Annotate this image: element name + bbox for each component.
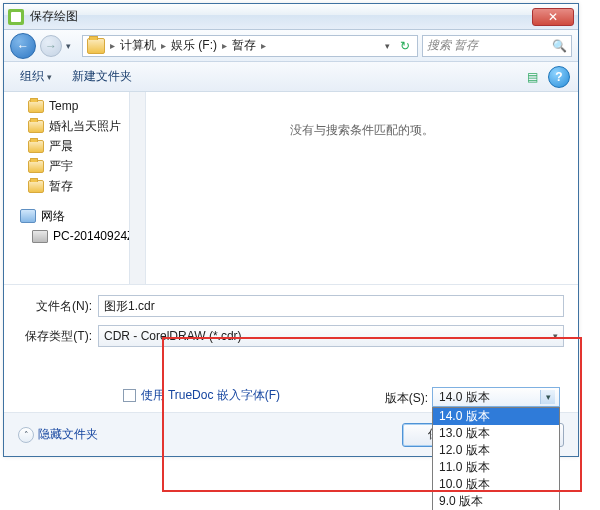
tree-item[interactable]: Temp: [10, 96, 145, 116]
folder-icon: [28, 180, 44, 193]
new-folder-button[interactable]: 新建文件夹: [64, 65, 140, 88]
filetype-value: CDR - CorelDRAW (*.cdr): [104, 329, 242, 343]
body: Temp 婚礼当天照片 严晨 严宇 暂存 网络 PC-20140924ZA 没有…: [4, 92, 578, 284]
folder-icon: [28, 100, 44, 113]
window-title: 保存绘图: [30, 8, 78, 25]
tree-item-label: 严晨: [49, 138, 73, 155]
search-icon: 🔍: [552, 39, 567, 53]
version-option[interactable]: 13.0 版本: [433, 425, 559, 442]
tree-item-label: 严宇: [49, 158, 73, 175]
computer-icon: [32, 230, 48, 243]
options-area: 使用 TrueDoc 嵌入字体(F) 版本(S): 14.0 版本 ▾ 14.0…: [4, 361, 578, 407]
nav-forward-button[interactable]: →: [40, 35, 62, 57]
view-icon: ▤: [527, 70, 538, 84]
chevron-down-icon: ▾: [553, 331, 558, 341]
version-selected: 14.0 版本: [439, 389, 490, 406]
nav-bar: ← → ▾ ▸ 计算机 ▸ 娱乐 (F:) ▸ 暂存 ▸ ▾ ↻ 搜索 暂存 🔍: [4, 30, 578, 62]
version-option[interactable]: 11.0 版本: [433, 459, 559, 476]
app-icon: [8, 9, 24, 25]
folder-icon: [87, 38, 105, 54]
search-placeholder: 搜索 暂存: [427, 37, 478, 54]
truedoc-label: 使用 TrueDoc 嵌入字体(F): [141, 387, 281, 404]
chevron-up-icon: ˄: [18, 427, 34, 443]
version-option[interactable]: 10.0 版本: [433, 476, 559, 493]
version-label: 版本(S):: [385, 387, 428, 407]
breadcrumb[interactable]: ▸ 计算机 ▸ 娱乐 (F:) ▸ 暂存 ▸ ▾ ↻: [82, 35, 418, 57]
empty-message: 没有与搜索条件匹配的项。: [290, 122, 434, 139]
tree-item-label: 网络: [41, 208, 65, 225]
version-option[interactable]: 14.0 版本: [433, 408, 559, 425]
chevron-down-icon: ▾: [540, 390, 555, 404]
checkbox-icon: [123, 389, 136, 402]
breadcrumb-item[interactable]: 娱乐 (F:): [169, 37, 219, 54]
tree-item[interactable]: 暂存: [10, 176, 145, 196]
folder-icon: [28, 140, 44, 153]
file-list: 没有与搜索条件匹配的项。: [146, 92, 578, 284]
folder-icon: [28, 120, 44, 133]
toolbar: 组织 新建文件夹 ▤ ?: [4, 62, 578, 92]
filename-label: 文件名(N):: [18, 298, 98, 315]
view-options-button[interactable]: ▤: [520, 66, 544, 88]
hide-folders-link[interactable]: ˄ 隐藏文件夹: [18, 426, 98, 443]
network-icon: [20, 209, 36, 223]
tree-item[interactable]: 严宇: [10, 156, 145, 176]
search-input[interactable]: 搜索 暂存 🔍: [422, 35, 572, 57]
folder-icon: [28, 160, 44, 173]
refresh-icon[interactable]: ↻: [395, 39, 415, 53]
chevron-right-icon: ▸: [158, 40, 169, 51]
tree-item[interactable]: 严晨: [10, 136, 145, 156]
nav-back-button[interactable]: ←: [10, 33, 36, 59]
organize-button[interactable]: 组织: [12, 65, 60, 88]
form: 文件名(N): 保存类型(T): CDR - CorelDRAW (*.cdr)…: [4, 285, 578, 361]
version-dropdown: 14.0 版本 13.0 版本 12.0 版本 11.0 版本 10.0 版本 …: [432, 407, 560, 510]
filetype-label: 保存类型(T):: [18, 328, 98, 345]
truedoc-checkbox[interactable]: 使用 TrueDoc 嵌入字体(F): [123, 387, 281, 404]
arrow-right-icon: →: [45, 39, 57, 53]
chevron-right-icon: ▸: [107, 40, 118, 51]
version-option[interactable]: 9.0 版本: [433, 493, 559, 510]
tree-network[interactable]: 网络: [10, 206, 145, 226]
help-icon: ?: [555, 70, 562, 84]
tree-item[interactable]: 婚礼当天照片: [10, 116, 145, 136]
nav-history-dropdown[interactable]: ▾: [66, 41, 78, 51]
tree-item-label: Temp: [49, 99, 78, 113]
filetype-combo[interactable]: CDR - CorelDRAW (*.cdr) ▾: [98, 325, 564, 347]
chevron-right-icon: ▸: [219, 40, 230, 51]
close-button[interactable]: ✕: [532, 8, 574, 26]
version-option[interactable]: 12.0 版本: [433, 442, 559, 459]
version-combo[interactable]: 14.0 版本 ▾: [432, 387, 560, 407]
arrow-left-icon: ←: [17, 39, 29, 53]
breadcrumb-item[interactable]: 计算机: [118, 37, 158, 54]
close-icon: ✕: [548, 11, 558, 23]
filename-input[interactable]: [98, 295, 564, 317]
help-button[interactable]: ?: [548, 66, 570, 88]
tree-pc[interactable]: PC-20140924ZA: [10, 226, 145, 246]
save-dialog: 保存绘图 ✕ ← → ▾ ▸ 计算机 ▸ 娱乐 (F:) ▸ 暂存 ▸ ▾ ↻ …: [3, 3, 579, 457]
folder-tree: Temp 婚礼当天照片 严晨 严宇 暂存 网络 PC-20140924ZA: [4, 92, 146, 284]
tree-item-label: 暂存: [49, 178, 73, 195]
title-bar: 保存绘图 ✕: [4, 4, 578, 30]
tree-item-label: 婚礼当天照片: [49, 118, 121, 135]
breadcrumb-dropdown-icon[interactable]: ▾: [379, 41, 395, 51]
hide-folders-label: 隐藏文件夹: [38, 426, 98, 443]
chevron-right-icon: ▸: [258, 40, 269, 51]
tree-scrollbar[interactable]: [129, 92, 145, 284]
breadcrumb-item[interactable]: 暂存: [230, 37, 258, 54]
